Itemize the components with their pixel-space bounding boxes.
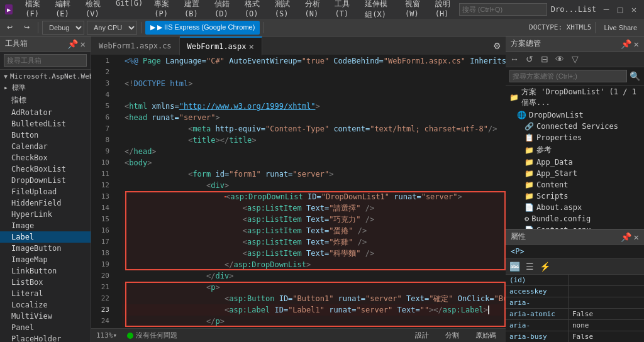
menu-test[interactable]: 測試(S) (270, 0, 299, 23)
menu-git[interactable]: Git(G) (111, 0, 148, 23)
tree-scripts[interactable]: 📁 Scripts (506, 190, 644, 202)
minimize-button[interactable]: ─ (601, 4, 611, 14)
solution-pin-icon[interactable]: 📌 (621, 39, 631, 49)
menu-help[interactable]: 說明(H) (430, 0, 459, 23)
toolbox-item-placeholder[interactable]: PlaceHolder (0, 333, 91, 342)
sol-sync-icon[interactable]: ↔ (508, 53, 521, 65)
source-view-button[interactable]: 原始碼 (471, 329, 501, 343)
props-category-icon[interactable]: ☰ (523, 260, 536, 273)
toolbox-item-linkbutton[interactable]: LinkButton (0, 265, 91, 277)
run-button[interactable]: ▶ ▶ IIS Express (Google Chrome) (145, 21, 260, 35)
code-line-4 (122, 89, 506, 101)
toolbox-item-fileupload[interactable]: FileUpload (0, 186, 91, 197)
menu-build[interactable]: 建置(B) (179, 0, 208, 23)
props-close-icon[interactable]: ✕ (634, 232, 639, 242)
redo-button[interactable]: ↪ (19, 21, 34, 35)
menu-edit[interactable]: 編輯(E) (50, 0, 79, 23)
menu-tools[interactable]: 工具(T) (330, 0, 358, 23)
menu-analyze[interactable]: 分析(N) (300, 0, 329, 23)
toolbox-item-adrotator[interactable]: AdRotator (0, 107, 91, 118)
tree-connected-services[interactable]: 🔗 Connected Services (506, 121, 644, 132)
toolbox-item-checkboxlist[interactable]: CheckBoxList (0, 163, 91, 175)
solution-explorer-header: 方案總管 📌 ✕ (506, 36, 644, 52)
sol-collapse-icon[interactable]: ⊟ (538, 53, 551, 65)
code-line-3: <!DOCTYPE html> (122, 78, 506, 89)
sol-showall-icon[interactable]: 👁 (553, 53, 566, 65)
solution-close-icon[interactable]: ✕ (634, 39, 639, 49)
toolbox-item-dropdownlist[interactable]: DropDownList (0, 175, 91, 186)
toolbox-item-checkbox[interactable]: CheckBox (0, 152, 91, 163)
tab-close-icon[interactable]: ⨯ (249, 41, 254, 52)
toolbox-item-pointer[interactable]: 指標 (0, 94, 91, 107)
code-content[interactable]: <%@ Page Language="C#" AutoEventWireup="… (119, 55, 506, 328)
menu-file[interactable]: 檔案(F) (20, 0, 49, 23)
design-view-button[interactable]: 設計 (411, 329, 433, 343)
tree-app-data[interactable]: 📁 App_Data (506, 157, 644, 168)
toolbox-item-imagebutton[interactable]: ImageButton (0, 243, 91, 254)
code-line-5: <html xmlns="http://www.w3.org/1999/xhtm… (122, 101, 506, 112)
toolbox-item-multiview[interactable]: MultiView (0, 311, 91, 322)
menu-view[interactable]: 檢視(V) (80, 0, 109, 23)
sol-filter-icon[interactable]: ▽ (569, 53, 581, 65)
connected-services-icon: 🔗 (525, 122, 534, 131)
tree-bundle[interactable]: ⚙ Bundle.config (506, 213, 644, 224)
toolbox-item-label[interactable]: Label (0, 231, 91, 243)
toolbox-item-calendar[interactable]: Calendar (0, 141, 91, 152)
project-root[interactable]: 🌐 DropDownList (506, 109, 644, 121)
platform-select[interactable]: Any CPU (87, 21, 137, 35)
solution-search-input[interactable] (509, 70, 627, 82)
prop-val-aria-busy[interactable]: False (569, 331, 644, 342)
toolbox-close-icon[interactable]: ✕ (80, 39, 86, 49)
prop-val-accesskey[interactable] (569, 286, 644, 297)
tree-references[interactable]: 📁 參考 (506, 143, 644, 157)
toolbox-standard-header[interactable]: ▸ 標準 (0, 82, 91, 94)
debug-mode-select[interactable]: Debug (42, 21, 84, 35)
toolbox-search-input[interactable] (4, 54, 87, 67)
menu-debug[interactable]: 偵錯(D) (209, 0, 238, 23)
close-button[interactable]: ✕ (629, 4, 639, 14)
tree-properties[interactable]: 📋 Properties (506, 132, 644, 143)
tab-settings-button[interactable]: ⚙ (489, 39, 506, 53)
menu-project[interactable]: 專案(P) (149, 0, 178, 23)
project-icon: 🌐 (517, 111, 526, 119)
toolbox-item-panel[interactable]: Panel (0, 322, 91, 333)
tree-app-start[interactable]: 📁 App_Start (506, 168, 644, 179)
props-events-icon[interactable]: ⚡ (538, 260, 551, 273)
toolbox-item-button[interactable]: Button (0, 130, 91, 141)
props-pin-icon[interactable]: 📌 (621, 232, 631, 242)
toolbox-item-localize[interactable]: Localize (0, 299, 91, 311)
split-view-button[interactable]: 分割 (441, 329, 464, 343)
menu-extensions[interactable]: 延伸模組(X) (360, 0, 399, 23)
tree-contact[interactable]: 📄 Contact.aspx (506, 224, 644, 229)
toolbox-item-imagemap[interactable]: ImageMap (0, 254, 91, 265)
sol-refresh-icon[interactable]: ↺ (523, 53, 536, 65)
tab-webform-aspx[interactable]: WebForm1.aspx ⨯ (180, 36, 262, 55)
toolbox-item-image[interactable]: Image (0, 220, 91, 231)
live-share-button[interactable]: Live Share (599, 21, 641, 35)
tree-content[interactable]: 📁 Content (506, 179, 644, 190)
toolbar-sep-1 (38, 22, 38, 33)
maximize-button[interactable]: □ (615, 4, 625, 14)
prop-val-id[interactable] (569, 275, 644, 285)
toolbox-item-bulletedlist[interactable]: BulletedList (0, 118, 91, 130)
prop-val-aria-atomic[interactable]: False (569, 309, 644, 319)
toolbox-item-hyperlink[interactable]: HyperLink (0, 209, 91, 220)
chevron-down-icon: ▼ (4, 73, 8, 80)
code-editor[interactable]: 1 2 3 4 5 6 7 8 9 10 11 12 13 14 15 16 1… (91, 55, 506, 328)
undo-button[interactable]: ↩ (3, 21, 17, 35)
toolbox-pin-icon[interactable]: 📌 (67, 39, 78, 49)
prop-val-aria-autocompl[interactable]: none (569, 320, 644, 331)
toolbox-header: 工具箱 📌 ✕ (0, 36, 91, 52)
toolbox-item-literal[interactable]: Literal (0, 288, 91, 299)
prop-val-aria-ad[interactable] (569, 297, 644, 308)
global-search-input[interactable] (459, 3, 547, 16)
tree-about[interactable]: 📄 About.aspx (506, 202, 644, 213)
solution-root[interactable]: 📁 方案 'DropDownList' (1 / 1 個專... (506, 86, 644, 109)
toolbox-item-listbox[interactable]: ListBox (0, 277, 91, 288)
menu-window[interactable]: 視窗(W) (400, 0, 429, 23)
menu-format[interactable]: 格式(O) (240, 0, 269, 23)
toolbox-group-aspnet[interactable]: ▼ Microsoft.AspNet.Web... (0, 71, 91, 82)
toolbox-item-hiddenfield[interactable]: HiddenField (0, 197, 91, 209)
props-sort-icon[interactable]: 🔤 (508, 260, 521, 273)
tab-webform-cs[interactable]: WebForm1.aspx.cs (91, 36, 180, 55)
